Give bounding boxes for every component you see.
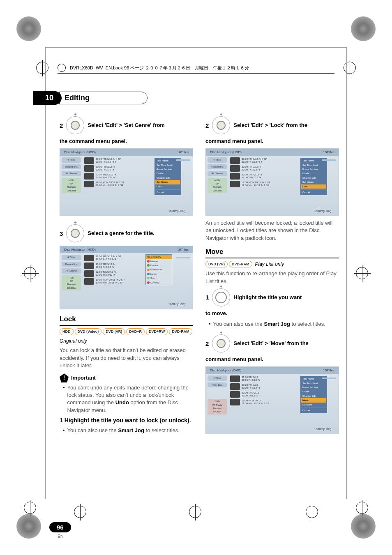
step-number: 1	[205, 293, 209, 302]
ss-sidebar-item: All Genres	[62, 171, 81, 176]
chapter-badge: 10 Editing	[33, 91, 148, 105]
disc-badge: DVD (Video)	[75, 328, 102, 335]
crop-mark-icon	[306, 506, 318, 518]
crop-mark-icon	[74, 506, 86, 518]
bullet-text: You can also use the Smart Jog to select…	[209, 320, 339, 328]
disc-navigator-screenshot: Disc Navigator (HDD) 10Titles 4 Titles R…	[60, 148, 193, 216]
ss-context-menu: Title Name Set Thumbnail Erase Section D…	[300, 376, 327, 413]
bullet-text: You can also use the Smart Jog to select…	[63, 427, 193, 434]
step-continuation: command menu panel.	[205, 138, 339, 145]
crop-mark-icon	[24, 502, 36, 514]
ss-sidebar-item: 4 Titles	[62, 157, 81, 162]
step-text: Select 'Edit' > 'Lock' from the	[233, 122, 307, 129]
ss-footer: 1h00m(1.0G)	[168, 209, 185, 213]
step-text: Select 'Edit' > 'Move' from the	[233, 340, 309, 347]
step-text: Select a genre for the title.	[88, 230, 154, 237]
enter-button-icon	[212, 334, 230, 352]
step-text: Select 'Edit' > 'Set Genre' from	[88, 122, 165, 129]
disc-badges: DVD (VR) DVD-RAM Play List only	[205, 261, 339, 268]
ss-sidebar-item: Recent first	[62, 164, 81, 169]
section-title-lock: Lock	[60, 314, 193, 326]
book-icon	[58, 64, 66, 72]
disc-navigator-dvd-screenshot: Disc Navigator (DVD)10Titles 4 Titles Pl…	[205, 366, 339, 434]
disc-badge: DVD+R	[126, 328, 145, 335]
step-number: 2	[60, 121, 63, 130]
right-column: 2 Select 'Edit' > 'Lock' from the comman…	[205, 113, 339, 438]
ss-count: 10Titles	[177, 150, 189, 154]
playlist-only-note: Play List only	[255, 261, 284, 268]
step-continuation: to move.	[205, 310, 339, 317]
move-body: Use this function to re-arrange the play…	[205, 270, 339, 285]
page-number-badge: 96 En	[49, 522, 71, 539]
header-file-text: DVRLX60D_WV_EN.book 96 ページ ２００７年３月２６日 月曜…	[70, 65, 249, 71]
crop-mark-icon	[356, 502, 368, 514]
file-header: DVRLX60D_WV_EN.book 96 ページ ２００７年３月２６日 月曜…	[58, 64, 334, 74]
disc-badge: DVD-RAM	[169, 328, 192, 335]
page-language: En	[49, 534, 71, 539]
crop-mark-icon	[189, 506, 201, 518]
disc-badge: DVD (VR)	[103, 328, 125, 335]
crop-mark-icon	[356, 267, 368, 279]
ss-sidebar-hdd: HDDSP Remain30h30m	[62, 178, 81, 193]
lock-body: You can lock a title so that it can't be…	[60, 347, 193, 369]
warning-icon: !	[60, 373, 69, 382]
disc-badge: HDD	[60, 328, 74, 335]
ss-title: Disc Navigator (HDD)	[64, 150, 96, 154]
disc-navigator-screenshot: Disc Navigator (HDD)10Titles 4 Titles Re…	[205, 148, 339, 216]
important-heading: ! Important	[60, 373, 193, 382]
disc-badges: HDD DVD (Video) DVD (VR) DVD+R DVD+RW DV…	[60, 328, 193, 335]
left-column: 2 Select 'Edit' > 'Set Genre' from the c…	[60, 113, 193, 438]
disc-badge: DVD-RAM	[229, 261, 252, 268]
step-number: 3	[60, 229, 63, 238]
ss-context-menu: Title Name Set Thumbnail Erase Section D…	[300, 158, 327, 195]
step-text: Highlight the title you want	[233, 294, 302, 301]
corner-decoration	[16, 16, 41, 41]
enter-button-icon	[66, 116, 84, 134]
step-continuation: command menu panel.	[205, 356, 339, 363]
corner-decoration	[16, 514, 41, 539]
step-number: 2	[205, 339, 209, 348]
step-number: 2	[205, 121, 209, 130]
direction-pad-icon	[212, 288, 230, 306]
section-title-move: Move	[205, 247, 339, 258]
disc-badge: DVD (VR)	[205, 261, 228, 268]
chapter-title: Editing	[59, 92, 148, 104]
disc-navigator-screenshot: Disc Navigator (HDD) 10Titles 4 Titles R…	[60, 246, 193, 309]
corner-decoration	[351, 514, 376, 539]
bullet-text: You can't undo any edits made before cha…	[63, 384, 193, 414]
enter-button-icon	[66, 224, 84, 242]
enter-button-icon	[212, 116, 230, 134]
unlocked-body: An unlocked title will become locked; a …	[205, 219, 339, 242]
ss-genre-menu: No Category Movies Drama Entertainm. New…	[145, 254, 172, 285]
step-continuation: the command menu panel.	[60, 138, 193, 145]
chapter-number: 10	[33, 91, 62, 105]
step-instruction: 1 Highlight the title you want to lock (…	[60, 417, 193, 425]
disc-badge: DVD+RW	[146, 328, 168, 335]
crop-mark-icon	[24, 267, 36, 279]
ss-context-menu: Title Name Set Thumbnail Erase Section D…	[154, 158, 181, 195]
page-number: 96	[49, 522, 71, 532]
corner-decoration	[351, 16, 376, 41]
original-only-note: Original only	[60, 338, 193, 345]
